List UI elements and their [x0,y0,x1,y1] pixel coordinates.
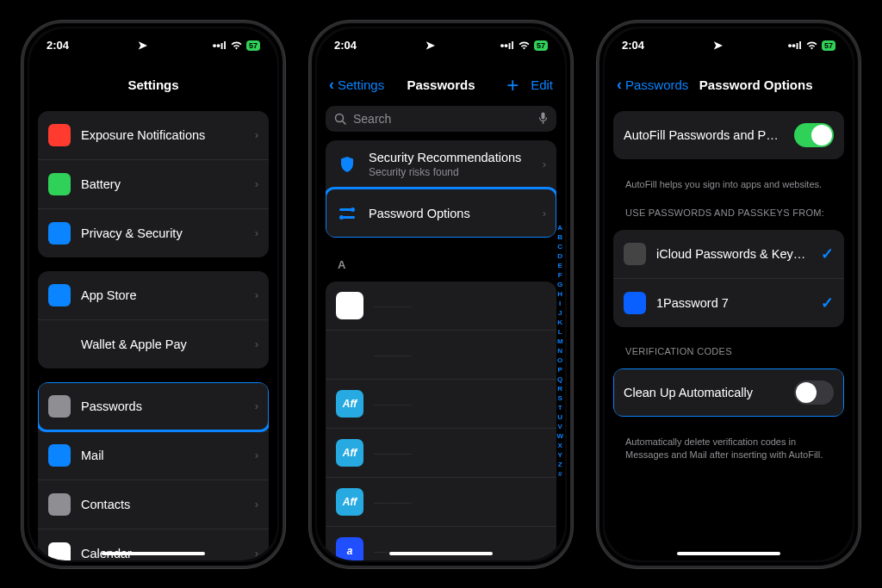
autofill-caption: AutoFill helps you sign into apps and we… [613,173,844,191]
status-time: 2:04 [334,39,357,52]
row-label: App Store [81,288,245,302]
index-letter[interactable]: # [556,469,563,479]
row-label: Battery [81,177,245,191]
location-icon: ➤ [713,39,723,52]
back-button[interactable]: ‹Settings [329,76,391,94]
index-letter[interactable]: F [556,270,563,280]
edit-button[interactable]: Edit [531,77,553,92]
signal-icon: ••ıl [500,39,514,52]
settings-row[interactable]: Battery › [38,159,269,208]
svg-point-5 [351,207,355,212]
cleanup-toggle[interactable] [794,381,834,405]
app-icon [48,284,71,306]
security-recommendations-row[interactable]: Security Recommendations Security risks … [326,140,556,189]
password-entry-row[interactable]: Aff ——— [326,477,556,526]
index-letter[interactable]: N [556,346,563,356]
site-icon [336,341,363,368]
index-letter[interactable]: U [556,412,563,422]
index-letter[interactable]: V [556,422,563,431]
password-entry-row[interactable]: Aff ——— [326,428,556,477]
index-letter[interactable]: Z [556,460,563,469]
cleanup-toggle-row[interactable]: Clean Up Automatically [613,368,844,417]
provider-label: iCloud Passwords & Keychain [656,247,811,261]
svg-line-1 [343,121,346,124]
cleanup-caption: Automatically delete verification codes … [613,430,844,461]
settings-row[interactable]: Wallet & Apple Pay › [38,319,269,368]
settings-row[interactable]: Privacy & Security › [38,208,269,257]
home-indicator[interactable] [677,552,780,555]
chevron-right-icon: › [543,207,546,220]
mic-icon[interactable] [538,112,548,125]
section-header: VERIFICATION CODES [613,341,844,360]
index-letter[interactable]: Y [556,450,563,460]
chevron-right-icon: › [255,337,258,350]
index-letter[interactable]: I [556,299,563,308]
settings-row[interactable]: App Store › [38,271,269,319]
status-time: 2:04 [47,39,69,52]
index-letter[interactable]: C [556,242,563,251]
settings-row[interactable]: Mail › [38,430,269,480]
index-bar[interactable]: ABCDEFGHIJKLMNOPQRSTUVWXYZ# [556,223,563,479]
password-entry-row[interactable]: Aff ——— [326,379,556,428]
index-letter[interactable]: Q [556,374,563,384]
settings-row[interactable]: Calendar › [38,529,269,560]
search-input[interactable]: Search [326,106,556,132]
page-title: Password Options [688,77,823,92]
index-letter[interactable]: D [556,251,563,261]
index-letter[interactable]: E [556,261,563,270]
back-button[interactable]: ‹Passwords [617,76,688,94]
chevron-right-icon: › [255,177,258,190]
index-letter[interactable]: G [556,280,563,289]
index-letter[interactable]: B [556,232,563,242]
index-letter[interactable]: M [556,337,563,346]
index-letter[interactable]: L [556,327,563,337]
search-placeholder: Search [353,112,391,126]
home-indicator[interactable] [102,552,205,555]
row-label: Privacy & Security [81,226,245,240]
autofill-toggle-row[interactable]: AutoFill Passwords and Passkeys [613,111,844,159]
index-letter[interactable]: H [556,289,563,299]
home-indicator[interactable] [389,552,493,555]
chevron-right-icon: › [255,449,258,461]
index-letter[interactable]: P [556,365,563,374]
provider-row[interactable]: iCloud Passwords & Keychain ✓ [613,230,844,278]
provider-icon [624,292,646,314]
password-options-row[interactable]: Password Options › [326,189,556,238]
page-title: Passwords [391,77,491,92]
row-label: Passwords [81,399,245,413]
index-letter[interactable]: X [556,441,563,450]
index-letter[interactable]: O [556,356,563,365]
phone-passwords: 2:04➤ ••ıl 57 ‹Settings Passwords + Edit [309,21,573,568]
index-letter[interactable]: T [556,403,563,412]
chevron-right-icon: › [543,158,546,170]
chevron-left-icon: ‹ [329,76,334,94]
chevron-right-icon: › [255,226,258,239]
settings-row[interactable]: Contacts › [38,480,269,529]
location-icon: ➤ [138,39,147,52]
status-bar: 2:04➤ ••ıl 57 [599,34,858,58]
battery-icon: 57 [534,40,548,51]
battery-icon: 57 [822,40,835,51]
index-letter[interactable]: R [556,384,563,393]
password-entry-row[interactable]: a ——— [326,526,556,560]
index-letter[interactable]: J [556,308,563,318]
row-label: Contacts [81,498,245,511]
autofill-toggle[interactable] [794,123,834,147]
search-icon [334,113,346,125]
index-letter[interactable]: S [556,393,563,403]
signal-icon: ••ıl [213,39,227,52]
location-icon: ➤ [425,39,435,52]
chevron-right-icon: › [255,547,258,560]
status-bar: 2:04➤ ••ıl 57 [312,34,570,58]
index-letter[interactable]: K [556,318,563,327]
password-entry-row[interactable]: ——— [326,330,556,379]
password-entry-row[interactable]: ——— [326,282,556,330]
settings-row[interactable]: Passwords › [38,382,269,430]
index-letter[interactable]: A [556,223,563,232]
index-letter[interactable]: W [556,431,563,441]
wifi-icon [230,40,243,50]
settings-row[interactable]: Exposure Notifications › [38,111,269,159]
add-button[interactable]: + [506,77,519,93]
provider-row[interactable]: 1Password 7 ✓ [613,278,844,327]
row-label: Wallet & Apple Pay [81,337,245,351]
